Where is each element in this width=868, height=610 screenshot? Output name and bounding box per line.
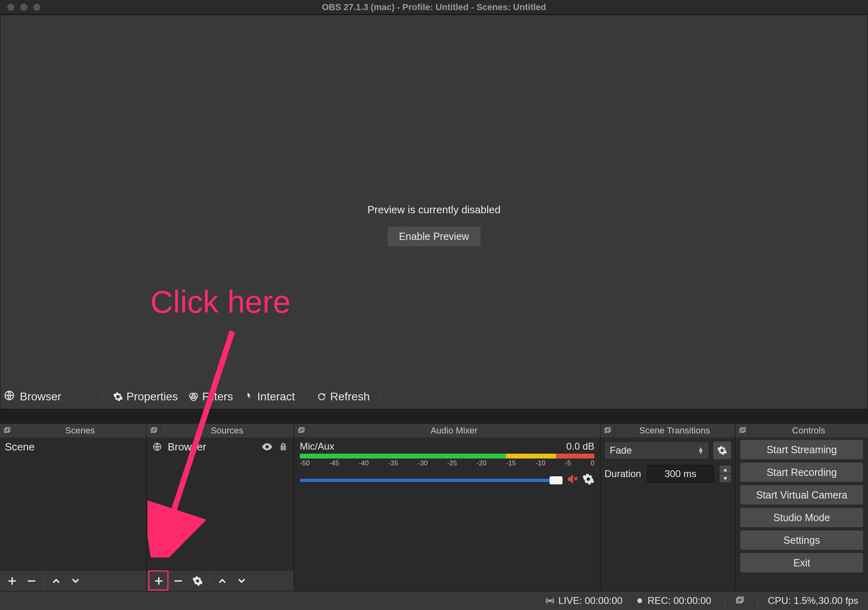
live-status: LIVE: 00:00:00 [546,595,623,606]
source-settings-button[interactable] [188,571,207,591]
svg-rect-5 [6,428,10,431]
svg-rect-10 [300,428,304,431]
traffic-lights [0,4,40,11]
maximize-window-icon[interactable] [33,4,40,11]
exit-button[interactable]: Exit [740,553,863,572]
undock-icon[interactable] [735,424,749,438]
svg-rect-9 [299,429,303,433]
move-scene-down-button[interactable] [66,571,85,591]
sources-list[interactable]: Browser [147,438,294,571]
preview-disabled-message: Preview is currently disabled [367,204,500,216]
scenes-dock: Scenes Scene [0,424,147,591]
add-scene-button[interactable] [2,571,22,591]
refresh-label: Refresh [330,390,370,403]
move-source-up-button[interactable] [213,571,232,591]
sources-footer [147,571,294,591]
source-name: Browser [168,441,206,453]
filters-label: Filters [202,390,233,403]
scene-row[interactable]: Scene [0,438,146,456]
filters-button[interactable]: Filters [188,390,233,403]
chevron-up-icon[interactable]: ▲ [720,465,731,473]
svg-rect-13 [740,429,744,433]
mixer-title: Audio Mixer [308,425,600,436]
properties-label: Properties [126,390,178,403]
sources-title: Sources [160,425,294,436]
broadcast-icon [546,596,554,605]
selected-source-chip: Browser [4,390,61,404]
source-toolbar: Properties Filters Interact Refresh [102,390,381,403]
svg-point-16 [637,598,642,603]
scenes-title: Scenes [14,425,146,436]
transition-selected-value: Fade [610,445,632,456]
mixer-channel-name: Mic/Aux [300,441,334,452]
record-dot-icon [636,597,643,604]
chevron-down-icon[interactable]: ▼ [720,474,731,482]
audio-meter-ticks: -50-45-40-35-30-25-20-15-10-50 [300,459,594,467]
scenes-list[interactable]: Scene [0,438,146,571]
properties-button[interactable]: Properties [113,390,178,403]
enable-preview-button[interactable]: Enable Preview [388,227,480,246]
mute-icon[interactable] [566,473,578,488]
interact-button[interactable]: Interact [244,390,295,403]
audio-meter [300,454,594,459]
duration-spinner[interactable]: ▲ ▼ [720,465,731,482]
settings-button[interactable]: Settings [740,530,863,550]
svg-rect-14 [741,428,746,431]
svg-rect-6 [151,429,156,433]
start-streaming-button[interactable]: Start Streaming [740,440,863,459]
refresh-button[interactable]: Refresh [316,390,370,403]
window-title: OBS 27.1.3 (mac) - Profile: Untitled - S… [322,2,546,13]
close-window-icon[interactable] [7,4,15,11]
transitions-title: Scene Transitions [614,425,735,436]
undock-icon[interactable] [294,424,308,438]
studio-mode-button[interactable]: Studio Mode [740,508,863,527]
statusbar: LIVE: 00:00:00 REC: 00:00:00 CPU: 1.5%,3… [0,591,868,610]
visibility-eye-icon[interactable] [261,441,273,452]
globe-icon [152,441,163,452]
add-source-button[interactable] [149,571,169,591]
undock-icon[interactable] [0,424,14,438]
selected-source-name: Browser [20,390,61,403]
undock-icon[interactable] [147,424,160,438]
volume-slider[interactable] [300,479,562,482]
start-virtual-camera-button[interactable]: Start Virtual Camera [740,485,863,505]
preview-item-strip: Browser Properties Filters Interact Refr… [0,385,868,409]
undock-icon[interactable] [600,424,614,438]
remove-scene-button[interactable] [22,571,41,591]
source-row[interactable]: Browser [147,438,294,456]
lock-icon[interactable] [278,441,289,452]
dock-toggle[interactable] [725,596,744,605]
undock-icon [735,596,744,605]
interact-label: Interact [257,390,295,403]
preview-area: Preview is currently disabled Enable Pre… [0,15,868,409]
remove-source-button[interactable] [169,571,188,591]
mixer-channel-level: 0.0 dB [567,441,594,452]
rec-status: REC: 00:00:00 [636,595,711,606]
svg-rect-11 [605,429,609,433]
chevron-updown-icon: ▲▼ [697,447,704,454]
scenes-footer [0,571,146,591]
duration-label: Duration [605,468,641,480]
cpu-status: CPU: 1.5%,30.00 fps [758,595,858,606]
scene-name: Scene [5,441,35,453]
move-scene-up-button[interactable] [46,571,66,591]
start-recording-button[interactable]: Start Recording [740,463,863,482]
svg-point-15 [549,599,551,602]
audio-mixer-dock: Audio Mixer Mic/Aux 0.0 dB -50-45-40-35-… [294,424,600,591]
svg-rect-12 [606,428,611,431]
controls-title: Controls [749,425,868,436]
duration-input[interactable]: 300 ms [647,465,714,483]
transition-settings-button[interactable] [713,442,731,459]
move-source-down-button[interactable] [232,571,251,591]
sources-dock: Sources Browser [147,424,294,591]
mixer-channel-settings-button[interactable] [582,473,594,488]
duration-value: 300 ms [665,468,697,480]
svg-rect-4 [4,429,9,433]
scene-transitions-dock: Scene Transitions Fade ▲▼ Duration 300 m… [600,424,735,591]
titlebar: OBS 27.1.3 (mac) - Profile: Untitled - S… [0,0,868,15]
svg-rect-7 [152,428,157,431]
minimize-window-icon[interactable] [20,4,27,11]
transition-select[interactable]: Fade ▲▼ [605,442,709,459]
globe-icon [4,390,15,404]
docks-row: Scenes Scene Sources [0,424,868,591]
